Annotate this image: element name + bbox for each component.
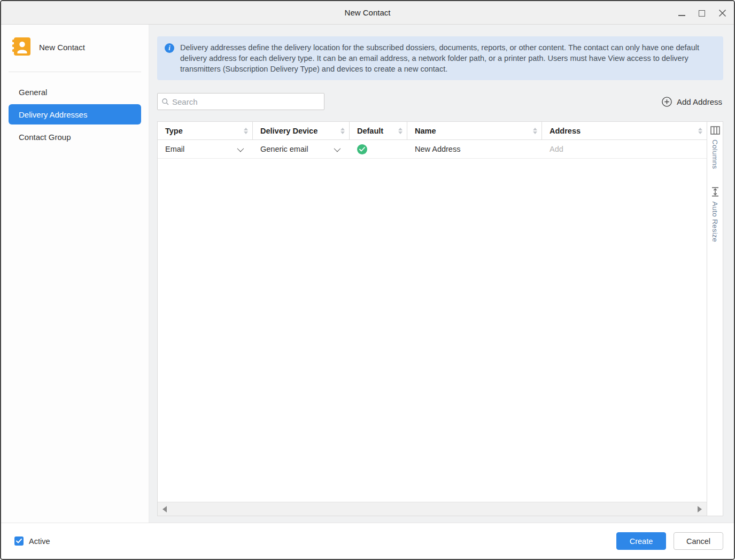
info-banner: i Delivery addresses define the delivery… <box>157 36 723 80</box>
column-header-type[interactable]: Type <box>158 122 253 139</box>
sidebar-item-delivery-addresses[interactable]: Delivery Addresses <box>9 104 141 125</box>
scroll-left-icon[interactable] <box>163 506 167 512</box>
type-value: Email <box>165 145 184 153</box>
address-placeholder: Add <box>550 145 563 153</box>
add-address-button[interactable]: Add Address <box>662 97 722 107</box>
title-bar: New Contact <box>1 1 734 25</box>
address-field[interactable]: Add <box>542 140 707 158</box>
delivery-device-value: Generic email <box>260 145 308 153</box>
table-row: Email Generic email <box>158 140 707 159</box>
active-checkbox-wrap[interactable]: Active <box>14 536 50 546</box>
default-toggle-cell[interactable] <box>350 140 407 158</box>
auto-resize-button[interactable]: Auto Resize <box>711 187 719 242</box>
scroll-right-icon[interactable] <box>698 506 702 512</box>
search-input[interactable] <box>172 97 320 106</box>
sidebar-header: New Contact <box>1 37 149 57</box>
main-panel: i Delivery addresses define the delivery… <box>149 25 734 523</box>
dialog-footer: Active Create Cancel <box>1 523 734 559</box>
delivery-device-dropdown[interactable]: Generic email <box>253 140 350 158</box>
checkmark-icon <box>16 539 22 543</box>
column-header-address[interactable]: Address <box>542 122 707 139</box>
column-header-default[interactable]: Default <box>350 122 407 139</box>
auto-resize-label: Auto Resize <box>711 201 719 242</box>
sidebar-item-general[interactable]: General <box>9 82 141 102</box>
create-button[interactable]: Create <box>616 532 666 550</box>
name-value: New Address <box>415 145 460 153</box>
column-header-name[interactable]: Name <box>407 122 542 139</box>
auto-resize-icon <box>711 187 719 197</box>
cancel-button[interactable]: Cancel <box>674 532 723 550</box>
chevron-down-icon <box>334 145 341 152</box>
sort-arrows-icon[interactable] <box>398 128 403 134</box>
table-zone: Type Delivery Device Default Name <box>157 121 723 516</box>
column-header-delivery-device[interactable]: Delivery Device <box>253 122 350 139</box>
new-contact-dialog: New Contact <box>0 0 735 560</box>
sidebar-title: New Contact <box>39 43 85 52</box>
sidebar-divider <box>9 72 141 72</box>
column-label: Type <box>165 127 183 135</box>
table-empty-area <box>158 159 707 502</box>
search-box[interactable] <box>157 93 324 110</box>
sidebar: New Contact General Delivery Addresses C… <box>1 25 149 523</box>
columns-label: Columns <box>711 139 719 169</box>
default-check-icon[interactable] <box>357 144 367 154</box>
column-label: Address <box>550 127 581 135</box>
close-button[interactable] <box>718 9 726 17</box>
columns-button[interactable]: Columns <box>710 126 720 169</box>
name-field[interactable]: New Address <box>407 140 542 158</box>
info-banner-text: Delivery addresses define the delivery l… <box>180 42 715 74</box>
plus-circle-icon <box>662 97 672 107</box>
minimize-button[interactable] <box>677 9 686 17</box>
window-controls <box>677 1 726 24</box>
active-checkbox[interactable] <box>14 536 24 546</box>
type-dropdown[interactable]: Email <box>158 140 253 158</box>
sort-arrows-icon[interactable] <box>698 128 702 134</box>
add-address-label: Add Address <box>677 97 722 106</box>
chevron-down-icon <box>237 145 244 152</box>
column-label: Name <box>415 127 436 135</box>
maximize-button[interactable] <box>698 9 706 17</box>
close-icon <box>718 9 726 17</box>
horizontal-scrollbar[interactable] <box>158 502 707 516</box>
column-label: Default <box>357 127 383 135</box>
table-header: Type Delivery Device Default Name <box>158 122 707 140</box>
table-toolbar: Add Address <box>157 93 723 110</box>
search-icon <box>162 98 169 105</box>
table-side-rail: Columns Auto Resize <box>707 121 723 516</box>
active-label: Active <box>29 537 50 546</box>
sort-arrows-icon[interactable] <box>244 128 248 134</box>
sidebar-nav: General Delivery Addresses Contact Group <box>1 81 149 148</box>
sort-arrows-icon[interactable] <box>341 128 345 134</box>
columns-icon <box>710 126 720 135</box>
sidebar-item-contact-group[interactable]: Contact Group <box>9 127 141 147</box>
info-icon: i <box>165 43 174 53</box>
delivery-address-table: Type Delivery Device Default Name <box>157 121 707 516</box>
window-title: New Contact <box>345 8 391 17</box>
contact-book-icon <box>11 37 30 57</box>
sort-arrows-icon[interactable] <box>533 128 537 134</box>
column-label: Delivery Device <box>260 127 318 135</box>
